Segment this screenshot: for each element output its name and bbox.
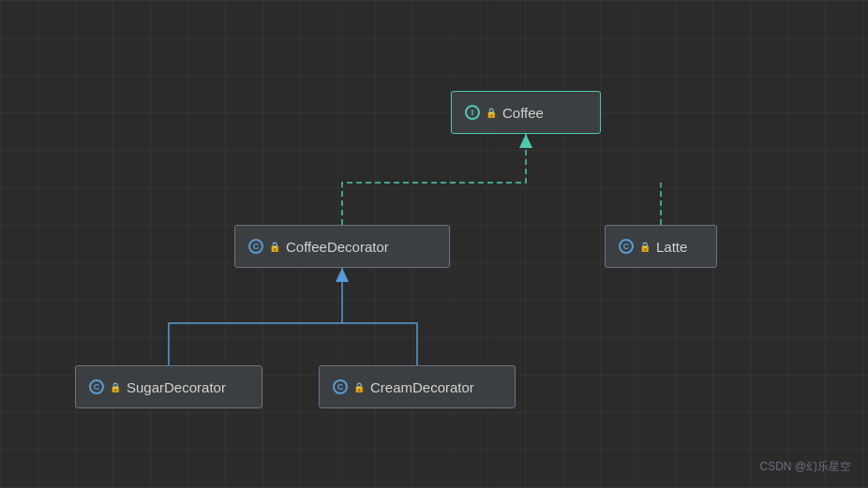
svg-marker-1 [336,268,349,282]
svg-marker-0 [519,134,532,148]
lock-icon: 🔒 [486,108,497,118]
coffee-decorator-label: CoffeeDecorator [286,239,389,255]
lock-icon: 🔒 [639,242,651,252]
cream-decorator-label: CreamDecorator [370,379,474,395]
coffee-node[interactable]: I 🔒 Coffee [451,91,601,134]
lock-icon: 🔒 [353,382,365,392]
class-icon: C [248,239,263,254]
coffee-label: Coffee [502,105,544,121]
interface-icon: I [465,105,480,120]
class-icon: C [619,239,634,254]
sugar-decorator-label: SugarDecorator [127,379,226,395]
lock-icon: 🔒 [110,382,121,392]
class-icon: C [333,379,348,394]
coffee-decorator-node[interactable]: C 🔒 CoffeeDecorator [234,225,450,268]
watermark: CSDN @幻乐星空 [759,459,851,475]
latte-label: Latte [656,239,687,255]
latte-node[interactable]: C 🔒 Latte [605,225,717,268]
cream-decorator-node[interactable]: C 🔒 CreamDecorator [319,365,516,408]
sugar-decorator-node[interactable]: C 🔒 SugarDecorator [75,365,262,408]
class-icon: C [89,379,104,394]
diagram-container: I 🔒 Coffee C 🔒 CoffeeDecorator C 🔒 Latte… [0,0,868,488]
lock-icon: 🔒 [269,242,280,252]
